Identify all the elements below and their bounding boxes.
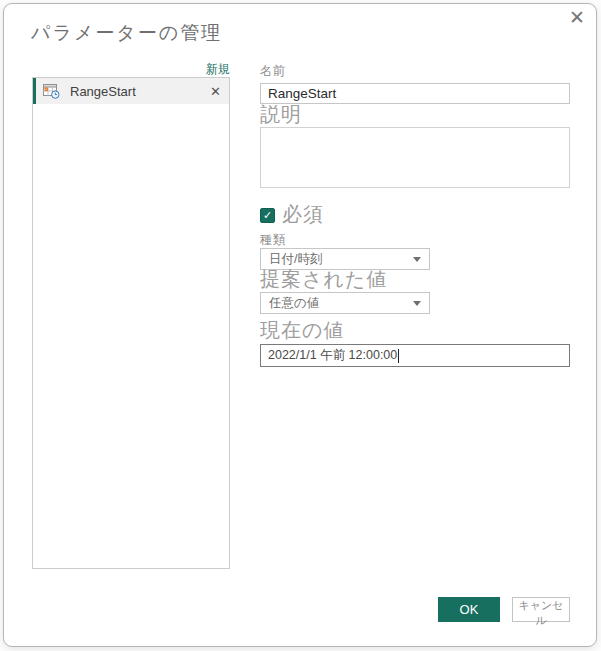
manage-parameters-dialog: パラメーターの管理 ✕ 新規 RangeStart: [3, 3, 597, 647]
current-value-text: 2022/1/1 午前 12:00:00: [268, 347, 397, 364]
required-label: 必須: [282, 201, 324, 228]
ok-button[interactable]: OK: [438, 597, 500, 622]
datetime-parameter-icon: [43, 83, 60, 99]
check-icon: ✓: [263, 210, 272, 221]
suggested-values-dropdown-value: 任意の値: [269, 295, 413, 312]
type-label: 種類: [260, 232, 285, 249]
description-label: 説明: [260, 101, 302, 128]
parameter-list-item-rangestart[interactable]: RangeStart ✕: [33, 78, 229, 104]
name-label: 名前: [260, 63, 285, 80]
delete-parameter-icon[interactable]: ✕: [208, 85, 223, 98]
current-value-input[interactable]: 2022/1/1 午前 12:00:00: [260, 344, 570, 367]
close-icon[interactable]: ✕: [562, 5, 592, 31]
chevron-down-icon: [413, 301, 421, 306]
current-value-label: 現在の値: [260, 317, 344, 344]
suggested-values-dropdown[interactable]: 任意の値: [260, 292, 430, 314]
required-checkbox[interactable]: ✓: [260, 208, 275, 223]
parameter-name-label: RangeStart: [70, 84, 208, 99]
suggested-values-label: 提案された値: [260, 266, 387, 293]
text-caret: [398, 349, 399, 363]
dialog-title: パラメーターの管理: [31, 20, 222, 46]
chevron-down-icon: [413, 257, 421, 262]
description-input[interactable]: [260, 127, 570, 188]
manage-parameters-dialog-screen: パラメーターの管理 ✕ 新規 RangeStart: [0, 0, 601, 651]
type-dropdown-value: 日付/時刻: [269, 251, 413, 268]
cancel-button[interactable]: キャンセル: [512, 597, 570, 622]
new-parameter-link[interactable]: 新規: [144, 61, 230, 78]
name-input[interactable]: [260, 83, 570, 104]
parameter-list: RangeStart ✕: [32, 77, 230, 569]
